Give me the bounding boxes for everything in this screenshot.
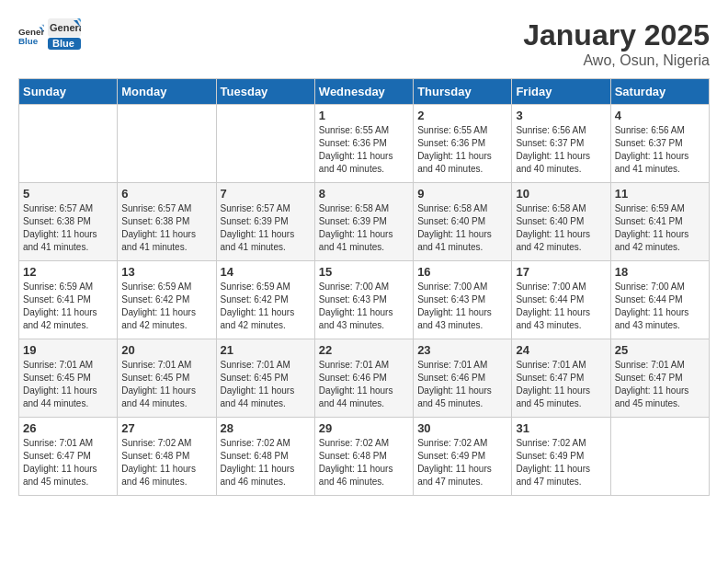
- page-header: General Blue General Blue January 2025 A…: [18, 18, 710, 69]
- day-number: 22: [319, 343, 409, 357]
- day-number: 20: [121, 343, 211, 357]
- day-info: Sunrise: 6:59 AM Sunset: 6:41 PM Dayligh…: [615, 202, 705, 254]
- week-row-4: 19Sunrise: 7:01 AM Sunset: 6:45 PM Dayli…: [19, 339, 710, 418]
- day-info: Sunrise: 7:01 AM Sunset: 6:47 PM Dayligh…: [615, 359, 705, 410]
- day-number: 28: [221, 421, 311, 435]
- day-info: Sunrise: 6:57 AM Sunset: 6:38 PM Dayligh…: [121, 202, 211, 254]
- column-header-wednesday: Wednesday: [314, 79, 413, 105]
- calendar-cell: 14Sunrise: 6:59 AM Sunset: 6:42 PM Dayli…: [216, 261, 314, 339]
- day-info: Sunrise: 6:59 AM Sunset: 6:42 PM Dayligh…: [121, 281, 211, 332]
- day-number: 1: [319, 109, 409, 122]
- calendar-cell: 31Sunrise: 7:02 AM Sunset: 6:49 PM Dayli…: [512, 418, 610, 496]
- day-number: 27: [121, 421, 211, 435]
- day-number: 21: [221, 343, 311, 357]
- day-number: 4: [615, 109, 705, 122]
- day-number: 7: [221, 187, 311, 201]
- day-info: Sunrise: 6:56 AM Sunset: 6:37 PM Dayligh…: [516, 124, 606, 176]
- calendar-cell: 10Sunrise: 6:58 AM Sunset: 6:40 PM Dayli…: [512, 183, 610, 261]
- calendar-cell: 5Sunrise: 6:57 AM Sunset: 6:38 PM Daylig…: [19, 183, 118, 261]
- day-number: 16: [417, 265, 507, 279]
- svg-text:General: General: [50, 22, 81, 33]
- calendar-cell: 17Sunrise: 7:00 AM Sunset: 6:44 PM Dayli…: [512, 261, 610, 339]
- day-number: 25: [615, 343, 705, 357]
- calendar-cell: 23Sunrise: 7:01 AM Sunset: 6:46 PM Dayli…: [414, 339, 512, 418]
- day-info: Sunrise: 7:01 AM Sunset: 6:45 PM Dayligh…: [221, 359, 311, 410]
- calendar-cell: 20Sunrise: 7:01 AM Sunset: 6:45 PM Dayli…: [118, 339, 216, 418]
- day-number: 18: [615, 265, 705, 279]
- day-info: Sunrise: 7:01 AM Sunset: 6:47 PM Dayligh…: [516, 359, 606, 410]
- day-number: 29: [319, 421, 409, 435]
- column-header-sunday: Sunday: [19, 79, 118, 105]
- calendar-cell: 21Sunrise: 7:01 AM Sunset: 6:45 PM Dayli…: [216, 339, 314, 418]
- day-info: Sunrise: 7:00 AM Sunset: 6:43 PM Dayligh…: [319, 281, 409, 332]
- column-header-monday: Monday: [118, 79, 216, 105]
- calendar-cell: 9Sunrise: 6:58 AM Sunset: 6:40 PM Daylig…: [414, 183, 512, 261]
- day-number: 26: [23, 421, 113, 435]
- day-number: 2: [417, 109, 507, 122]
- logo-icon: General Blue: [18, 22, 44, 48]
- calendar-cell: 11Sunrise: 6:59 AM Sunset: 6:41 PM Dayli…: [610, 183, 709, 261]
- logo: General Blue General Blue: [18, 18, 81, 52]
- calendar-table: SundayMondayTuesdayWednesdayThursdayFrid…: [18, 78, 710, 496]
- calendar-cell: [610, 418, 709, 496]
- day-number: 6: [121, 187, 211, 201]
- calendar-cell: 28Sunrise: 7:02 AM Sunset: 6:48 PM Dayli…: [216, 418, 314, 496]
- calendar-cell: 15Sunrise: 7:00 AM Sunset: 6:43 PM Dayli…: [314, 261, 413, 339]
- header-row: SundayMondayTuesdayWednesdayThursdayFrid…: [19, 79, 710, 105]
- day-info: Sunrise: 6:58 AM Sunset: 6:40 PM Dayligh…: [516, 202, 606, 254]
- day-info: Sunrise: 7:00 AM Sunset: 6:44 PM Dayligh…: [615, 281, 705, 332]
- day-number: 8: [319, 187, 409, 201]
- day-number: 15: [319, 265, 409, 279]
- calendar-cell: [118, 105, 216, 183]
- calendar-cell: 22Sunrise: 7:01 AM Sunset: 6:46 PM Dayli…: [314, 339, 413, 418]
- calendar-cell: 7Sunrise: 6:57 AM Sunset: 6:39 PM Daylig…: [216, 183, 314, 261]
- calendar-cell: 18Sunrise: 7:00 AM Sunset: 6:44 PM Dayli…: [610, 261, 709, 339]
- day-info: Sunrise: 6:57 AM Sunset: 6:39 PM Dayligh…: [221, 202, 311, 254]
- calendar-cell: 12Sunrise: 6:59 AM Sunset: 6:41 PM Dayli…: [19, 261, 118, 339]
- calendar-cell: 30Sunrise: 7:02 AM Sunset: 6:49 PM Dayli…: [414, 418, 512, 496]
- calendar-cell: 13Sunrise: 6:59 AM Sunset: 6:42 PM Dayli…: [118, 261, 216, 339]
- week-row-5: 26Sunrise: 7:01 AM Sunset: 6:47 PM Dayli…: [19, 418, 710, 496]
- day-info: Sunrise: 6:55 AM Sunset: 6:36 PM Dayligh…: [319, 124, 409, 176]
- day-info: Sunrise: 6:59 AM Sunset: 6:41 PM Dayligh…: [23, 281, 113, 332]
- calendar-cell: [216, 105, 314, 183]
- calendar-cell: [19, 105, 118, 183]
- day-number: 9: [417, 187, 507, 201]
- calendar-title: January 2025: [523, 18, 710, 52]
- day-info: Sunrise: 7:01 AM Sunset: 6:47 PM Dayligh…: [23, 437, 113, 488]
- day-info: Sunrise: 7:01 AM Sunset: 6:46 PM Dayligh…: [417, 359, 507, 410]
- day-info: Sunrise: 6:57 AM Sunset: 6:38 PM Dayligh…: [23, 202, 113, 254]
- calendar-cell: 26Sunrise: 7:01 AM Sunset: 6:47 PM Dayli…: [19, 418, 118, 496]
- day-number: 13: [121, 265, 211, 279]
- calendar-cell: 1Sunrise: 6:55 AM Sunset: 6:36 PM Daylig…: [314, 105, 413, 183]
- day-info: Sunrise: 7:01 AM Sunset: 6:45 PM Dayligh…: [23, 359, 113, 410]
- day-number: 10: [516, 187, 606, 201]
- day-info: Sunrise: 7:02 AM Sunset: 6:48 PM Dayligh…: [319, 437, 409, 488]
- calendar-cell: 16Sunrise: 7:00 AM Sunset: 6:43 PM Dayli…: [414, 261, 512, 339]
- week-row-1: 1Sunrise: 6:55 AM Sunset: 6:36 PM Daylig…: [19, 105, 710, 183]
- calendar-cell: 3Sunrise: 6:56 AM Sunset: 6:37 PM Daylig…: [512, 105, 610, 183]
- day-info: Sunrise: 6:56 AM Sunset: 6:37 PM Dayligh…: [615, 124, 705, 176]
- logo-graphic: General Blue: [48, 18, 81, 52]
- day-number: 19: [23, 343, 113, 357]
- title-section: January 2025 Awo, Osun, Nigeria: [523, 18, 710, 69]
- day-info: Sunrise: 6:55 AM Sunset: 6:36 PM Dayligh…: [417, 124, 507, 176]
- column-header-thursday: Thursday: [414, 79, 512, 105]
- day-info: Sunrise: 6:59 AM Sunset: 6:42 PM Dayligh…: [221, 281, 311, 332]
- calendar-cell: 19Sunrise: 7:01 AM Sunset: 6:45 PM Dayli…: [19, 339, 118, 418]
- calendar-cell: 2Sunrise: 6:55 AM Sunset: 6:36 PM Daylig…: [414, 105, 512, 183]
- calendar-cell: 25Sunrise: 7:01 AM Sunset: 6:47 PM Dayli…: [610, 339, 709, 418]
- day-number: 12: [23, 265, 113, 279]
- calendar-subtitle: Awo, Osun, Nigeria: [523, 52, 710, 69]
- day-info: Sunrise: 7:01 AM Sunset: 6:45 PM Dayligh…: [121, 359, 211, 410]
- column-header-friday: Friday: [512, 79, 610, 105]
- day-number: 24: [516, 343, 606, 357]
- day-info: Sunrise: 7:00 AM Sunset: 6:44 PM Dayligh…: [516, 281, 606, 332]
- day-number: 3: [516, 109, 606, 122]
- day-info: Sunrise: 7:01 AM Sunset: 6:46 PM Dayligh…: [319, 359, 409, 410]
- day-info: Sunrise: 7:02 AM Sunset: 6:49 PM Dayligh…: [516, 437, 606, 488]
- svg-text:Blue: Blue: [52, 38, 74, 49]
- calendar-cell: 27Sunrise: 7:02 AM Sunset: 6:48 PM Dayli…: [118, 418, 216, 496]
- column-header-saturday: Saturday: [610, 79, 709, 105]
- svg-text:Blue: Blue: [18, 36, 39, 46]
